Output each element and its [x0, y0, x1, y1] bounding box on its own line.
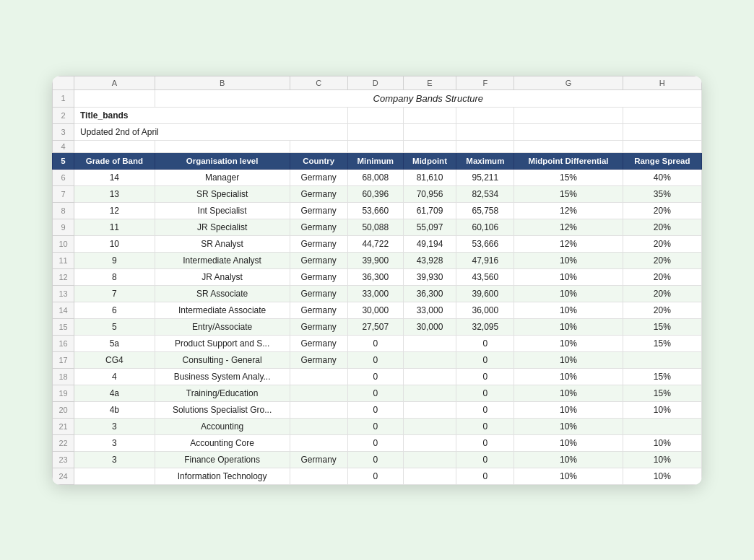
corner-cell	[53, 76, 74, 89]
row-num-22: 22	[53, 434, 74, 451]
minimum-cell: 39,900	[347, 252, 403, 268]
table-header-row: 5 Grade of Band Organisation level Count…	[53, 152, 702, 169]
range-spread-cell: 20%	[623, 285, 701, 302]
spreadsheet-table: A B C D E F G H 1 Company Bands Structur…	[52, 76, 702, 485]
table-row: 146Intermediate AssociateGermany30,00033…	[53, 302, 702, 318]
data-table-body: 614ManagerGermany68,00881,61095,21115%40…	[53, 169, 702, 484]
maximum-cell: 32,095	[456, 318, 514, 335]
row-num-16: 16	[53, 335, 74, 351]
midpoint-cell	[403, 351, 456, 368]
table-row: 137SR AssociateGermany33,00036,30039,600…	[53, 285, 702, 302]
range-spread-cell	[623, 351, 701, 368]
minimum-cell: 60,396	[347, 185, 403, 202]
grade-cell: 5a	[74, 335, 155, 351]
minimum-cell: 27,507	[347, 318, 403, 335]
header-minimum: Minimum	[347, 152, 403, 169]
org-level-cell: Information Technology	[155, 468, 290, 484]
midpoint-diff-cell: 10%	[514, 351, 623, 368]
midpoint-diff-cell: 12%	[514, 202, 623, 219]
row2-f	[456, 107, 514, 123]
midpoint-diff-cell: 15%	[514, 185, 623, 202]
maximum-cell: 0	[456, 401, 514, 418]
header-maximum: Maximum	[456, 152, 514, 169]
range-spread-cell: 15%	[623, 385, 701, 401]
table-row: 165aProduct Support and S...Germany0010%…	[53, 335, 702, 351]
maximum-cell: 0	[456, 368, 514, 385]
midpoint-diff-cell: 10%	[514, 318, 623, 335]
row-num-21: 21	[53, 418, 74, 434]
col-header-g: G	[514, 76, 623, 89]
row3-h	[623, 123, 701, 140]
row-num-5: 5	[53, 152, 74, 169]
title-cell	[74, 89, 155, 107]
range-spread-cell: 20%	[623, 202, 701, 219]
country-cell: Germany	[290, 335, 347, 351]
midpoint-cell: 36,300	[403, 285, 456, 302]
midpoint-diff-cell: 10%	[514, 335, 623, 351]
country-cell: Germany	[290, 451, 347, 468]
range-spread-cell: 20%	[623, 268, 701, 285]
maximum-cell: 0	[456, 351, 514, 368]
midpoint-cell	[403, 401, 456, 418]
grade-cell	[74, 468, 155, 484]
maximum-cell: 39,600	[456, 285, 514, 302]
col-header-c: C	[290, 76, 347, 89]
country-cell: Germany	[290, 318, 347, 335]
minimum-cell: 0	[347, 401, 403, 418]
minimum-cell: 68,008	[347, 169, 403, 185]
row-num-13: 13	[53, 285, 74, 302]
row2-d	[347, 107, 403, 123]
org-level-cell: Finance Operations	[155, 451, 290, 468]
range-spread-cell	[623, 418, 701, 434]
country-cell	[290, 368, 347, 385]
row-num-15: 15	[53, 318, 74, 335]
row-num-24: 24	[53, 468, 74, 484]
range-spread-cell: 20%	[623, 219, 701, 235]
org-level-cell: JR Specialist	[155, 219, 290, 235]
row4-f	[456, 140, 514, 152]
row2-h	[623, 107, 701, 123]
table-row: 812Int SpecialistGermany53,66061,70965,7…	[53, 202, 702, 219]
range-spread-cell: 15%	[623, 368, 701, 385]
maximum-cell: 53,666	[456, 235, 514, 252]
row-num-3: 3	[53, 123, 74, 140]
country-cell: Germany	[290, 268, 347, 285]
midpoint-diff-cell: 12%	[514, 235, 623, 252]
country-cell: Germany	[290, 302, 347, 318]
table-row: 119Intermediate AnalystGermany39,90043,9…	[53, 252, 702, 268]
grade-cell: 4	[74, 368, 155, 385]
table-row: 204bSolutions Specialist Gro...0010%10%	[53, 401, 702, 418]
table-row: 24Information Technology0010%10%	[53, 468, 702, 484]
col-header-h: H	[623, 76, 701, 89]
maximum-cell: 0	[456, 335, 514, 351]
row3-g	[514, 123, 623, 140]
midpoint-cell: 55,097	[403, 219, 456, 235]
minimum-cell: 30,000	[347, 302, 403, 318]
grade-cell: CG4	[74, 351, 155, 368]
midpoint-cell: 81,610	[403, 169, 456, 185]
table-row: 911JR SpecialistGermany50,08855,09760,10…	[53, 219, 702, 235]
row3-f	[456, 123, 514, 140]
minimum-cell: 0	[347, 418, 403, 434]
midpoint-diff-cell: 10%	[514, 368, 623, 385]
row-num-2: 2	[53, 107, 74, 123]
country-cell: Germany	[290, 169, 347, 185]
grade-cell: 5	[74, 318, 155, 335]
minimum-cell: 0	[347, 434, 403, 451]
table-row: 713SR SpecialistGermany60,39670,95682,53…	[53, 185, 702, 202]
grade-cell: 4a	[74, 385, 155, 401]
table-row: 213Accounting0010%	[53, 418, 702, 434]
org-level-cell: SR Analyst	[155, 235, 290, 252]
row4-c	[290, 140, 347, 152]
range-spread-cell: 20%	[623, 235, 701, 252]
range-spread-cell: 10%	[623, 468, 701, 484]
grade-cell: 4b	[74, 401, 155, 418]
org-level-cell: Consulting - General	[155, 351, 290, 368]
org-level-cell: SR Specialist	[155, 185, 290, 202]
table-row: 155Entry/AssociateGermany27,50730,00032,…	[53, 318, 702, 335]
midpoint-cell	[403, 434, 456, 451]
row4-a	[74, 140, 155, 152]
midpoint-diff-cell: 15%	[514, 169, 623, 185]
org-level-cell: Entry/Associate	[155, 318, 290, 335]
maximum-cell: 36,000	[456, 302, 514, 318]
